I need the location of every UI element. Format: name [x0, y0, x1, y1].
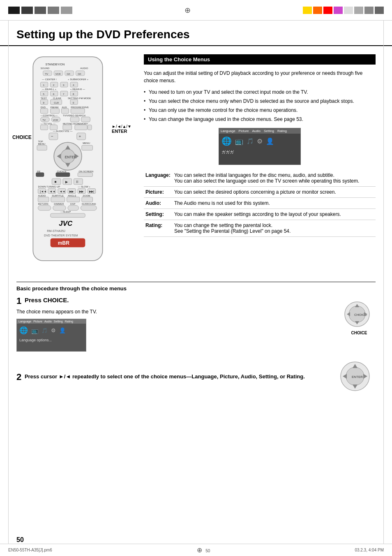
svg-text:CHOICE: CHOICE: [57, 170, 66, 173]
color-block-pink: [334, 7, 343, 14]
svg-text:ON SCREEN: ON SCREEN: [79, 170, 94, 173]
svg-text:▶▶|: ▶▶|: [89, 190, 94, 193]
footer-right: 03.2.3, 4:04 PM: [355, 548, 384, 552]
svg-rect-111: [38, 197, 49, 202]
svg-rect-124: [51, 213, 85, 218]
svg-text:■: ■: [54, 180, 56, 184]
svg-rect-122: [81, 206, 97, 211]
svg-text:DVD THEATER SYSTEM: DVD THEATER SYSTEM: [44, 234, 78, 237]
footer-crosshair: ⊕: [197, 547, 202, 554]
step2-text-area: 2 Press cursor ►/◄ repeatedly to select …: [16, 372, 330, 382]
svg-rect-67: [77, 133, 86, 140]
color-block-yellow: [303, 7, 312, 14]
table-row: Language: You can select the initial lan…: [144, 170, 376, 187]
svg-text:TEST: TEST: [40, 97, 47, 100]
svg-rect-47: [61, 109, 69, 114]
desc-rating: You can change the setting the parental …: [173, 220, 376, 237]
svg-text:AUDIO: AUDIO: [80, 67, 88, 70]
svg-text:CLEAR: CLEAR: [53, 97, 62, 100]
step1-title: Press CHOICE.: [25, 297, 69, 303]
footer-center: ⊕ 50: [197, 546, 210, 554]
crosshair-icon: ⊕: [184, 6, 191, 15]
svg-text:DIMMER: DIMMER: [54, 203, 64, 205]
intro-text: You can adjust the initial setting of DV…: [144, 70, 376, 84]
step2-number: 2: [16, 372, 21, 382]
menu-tab-bar: Language Picture Audio Setting Rating: [219, 128, 300, 134]
step1-menu-bar: Language Picture Audio Setting Rating: [17, 319, 86, 324]
term-setting: Setting:: [144, 209, 173, 220]
svg-text:— SLOW +: — SLOW +: [78, 185, 90, 188]
color-block-dark: [375, 7, 384, 14]
svg-text:—CONTROL—: —CONTROL—: [40, 114, 58, 117]
tab-audio: Audio: [252, 129, 261, 133]
top-bar-left-blocks: [8, 7, 72, 14]
color-block-light: [344, 7, 353, 14]
svg-text:ZOOM: ZOOM: [83, 195, 90, 197]
svg-rect-72: [37, 145, 47, 150]
main-content: CHOICE ►/◄/▲/▼ ENTER STANDBY/ON SOUND AU…: [0, 46, 392, 278]
step1-desc: The choice menu appears on the TV.: [16, 308, 334, 315]
procedure-title: Basic procedure through the choice menus: [16, 282, 376, 292]
right-column: Using the Choice Menus You can adjust th…: [144, 54, 376, 269]
section-header-choice-menus: Using the Choice Menus: [144, 54, 376, 65]
music-icon: 🎵: [247, 138, 254, 144]
bar-block-5: [61, 7, 72, 14]
menu-selected-text: ガガガ: [219, 148, 300, 156]
top-bar: ⊕: [0, 0, 392, 21]
svg-rect-113: [67, 197, 80, 202]
step1-row: 1 Press CHOICE. The choice menu appears …: [16, 296, 376, 352]
svg-rect-73: [82, 145, 93, 150]
menu-icons-row: 🌐 📺 🎵 ⚙ 👤: [219, 134, 300, 148]
step1-tab-language: Language: [18, 320, 31, 323]
svg-rect-84: [56, 173, 70, 177]
step-1: 1 Press CHOICE. The choice menu appears …: [16, 296, 376, 352]
desc-setting: You can make the speaker settings accord…: [173, 209, 376, 220]
step1-globe-icon: 🌐: [19, 326, 28, 335]
color-block-red: [323, 7, 332, 14]
svg-text:TV: TV: [45, 73, 48, 75]
svg-rect-121: [68, 206, 79, 211]
step1-tab-setting: Setting: [54, 320, 63, 323]
top-bar-right-blocks: [303, 7, 384, 14]
svg-text:+ SUBWOOFER +: + SUBWOOFER +: [68, 78, 88, 81]
svg-text:PROGRESSIVE: PROGRESSIVE: [71, 106, 89, 109]
svg-text:ENTER: ENTER: [352, 375, 363, 379]
step1-menu-text: Language options...: [17, 337, 86, 343]
svg-text:STANDBY/ON: STANDBY/ON: [46, 63, 65, 66]
gear-icon: ⚙: [257, 137, 263, 145]
svg-text:FM/AM: FM/AM: [51, 106, 58, 109]
svg-rect-82: [36, 173, 44, 177]
svg-text:|◄◄: |◄◄: [40, 190, 46, 193]
remote-control-svg: STANDBY/ON SOUND AUDIO TV VCR O/I O/I — …: [16, 54, 119, 268]
table-row: Rating: You can change the setting the p…: [144, 220, 376, 237]
svg-rect-60: [50, 125, 57, 130]
bar-block-4: [48, 7, 59, 14]
svg-text:— REAR-L +: — REAR-L +: [42, 88, 56, 90]
person-icon: 👤: [266, 137, 274, 145]
color-block-darkgray: [364, 7, 374, 14]
svg-text:mBR: mBR: [58, 240, 69, 246]
svg-text:O/I: O/I: [67, 73, 70, 75]
svg-rect-56: [81, 117, 90, 122]
step1-text: 1 Press CHOICE. The choice menu appears …: [16, 296, 334, 352]
footer-left: EN50-55TH-A35[J].pm6: [8, 548, 52, 552]
step2-title: Press cursor ►/◄ repeatedly to select on…: [25, 373, 305, 380]
svg-rect-112: [51, 197, 65, 202]
svg-text:CLR: CLR: [54, 102, 59, 104]
svg-text:▶▶: ▶▶: [79, 190, 84, 193]
svg-text:VCR: VCR: [55, 73, 61, 75]
term-language: Language:: [144, 170, 173, 187]
step2-enter-button-area: ENTER: [339, 360, 376, 394]
svg-text:DVD: DVD: [40, 106, 46, 109]
svg-text:ANGLE: ANGLE: [68, 195, 76, 197]
tab-setting: Setting: [264, 129, 274, 133]
svg-rect-46: [51, 109, 60, 114]
svg-text:MUTING RCMEMORY: MUTING RCMEMORY: [63, 123, 88, 125]
svg-text:TV/VIDEO SEARCH: TV/VIDEO SEARCH: [63, 114, 85, 117]
step2-enter-svg: ENTER: [339, 360, 371, 393]
svg-text:◄◄: ◄◄: [59, 190, 65, 193]
top-bar-center: ⊕: [72, 6, 303, 15]
svg-text:VCR: VCR: [53, 119, 58, 121]
svg-text:DSP: DSP: [70, 203, 75, 205]
step1-icons: 🌐 📺 🎵 ⚙ 👤: [17, 324, 86, 337]
